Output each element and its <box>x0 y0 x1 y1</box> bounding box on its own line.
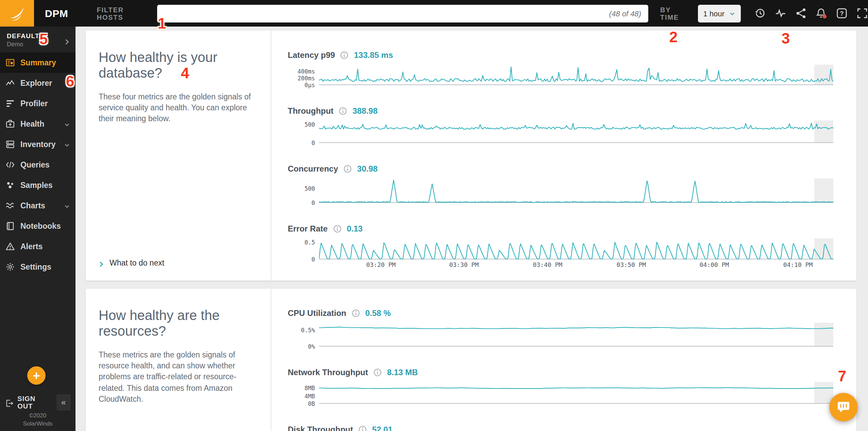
chart-plot-row: 0.50 <box>288 238 837 259</box>
card-heading: How healthy are the resources? <box>99 308 253 340</box>
chart-value[interactable]: 0.13 <box>347 224 363 234</box>
info-icon[interactable] <box>373 368 382 377</box>
alerts-icon <box>5 242 15 251</box>
sidebar-item-label: Inventory <box>20 140 56 148</box>
chart-plot[interactable] <box>319 65 833 85</box>
info-icon[interactable] <box>344 165 352 173</box>
chart-latency-p99: Latency p99133.85 ms400ms200ms0µs <box>288 50 837 85</box>
add-button[interactable]: + <box>27 366 46 385</box>
chart-value[interactable]: 0.58 % <box>365 308 391 318</box>
sidebar-item-label: Explorer <box>20 79 52 87</box>
solarwinds-logo-icon <box>7 4 27 23</box>
chart-title: Disk Throughput <box>288 425 353 431</box>
chart-value[interactable]: 52.01 <box>372 425 393 431</box>
chart-plot[interactable] <box>319 178 833 203</box>
chart-plot-row: 8MB4MB0B <box>288 382 837 404</box>
sign-out-label: SIGN OUT <box>17 395 52 410</box>
chevron-down-icon[interactable] <box>64 121 70 127</box>
chart-value[interactable]: 388.98 <box>353 106 378 116</box>
sidebar-item-queries[interactable]: Queries <box>0 155 76 175</box>
chart-title-row: Disk Throughput52.01 <box>288 424 837 431</box>
chart-plot-row: 5000 <box>288 121 837 143</box>
share-icon[interactable] <box>795 7 807 19</box>
chart-plot[interactable] <box>319 121 833 143</box>
chart-value[interactable]: 133.85 ms <box>354 50 393 60</box>
sidebar-item-label: Samples <box>20 181 53 189</box>
y-axis: 5000 <box>288 121 319 143</box>
info-icon[interactable] <box>339 107 347 115</box>
resource-health-card: How healthy are the resources? These met… <box>86 289 856 431</box>
chart-title-row: Throughput388.98 <box>288 106 837 116</box>
chevron-down-icon[interactable] <box>64 141 70 147</box>
y-axis-tick: 0µs <box>304 82 315 89</box>
sidebar-item-label: Alerts <box>20 242 43 251</box>
what-to-do-next-label: What to do next <box>110 259 164 267</box>
info-icon[interactable] <box>358 426 367 431</box>
copyright-year: ©2020 <box>0 412 76 420</box>
time-range-select[interactable]: 1 hour <box>698 4 741 22</box>
sign-out-button[interactable]: SIGN OUT « <box>0 394 76 411</box>
charts-icon <box>5 201 15 210</box>
time-range-value: 1 hour <box>703 9 724 17</box>
sidebar-item-health[interactable]: Health <box>0 114 76 134</box>
chat-icon <box>836 400 851 415</box>
chat-launcher-button[interactable] <box>829 393 858 421</box>
sign-out-icon <box>5 398 13 407</box>
chart-title: Latency p99 <box>288 50 335 60</box>
y-axis-tick: 0 <box>312 256 315 263</box>
filter-hosts-input[interactable] <box>157 4 648 22</box>
info-icon[interactable] <box>333 225 341 233</box>
x-axis-tick: 03:20 PM <box>366 261 396 268</box>
chart-plot[interactable] <box>319 238 833 259</box>
sidebar-item-summary[interactable]: Summary <box>0 52 76 73</box>
database-health-text-panel: How healthy is your database? These four… <box>86 31 271 281</box>
chart-title: Throughput <box>288 106 334 116</box>
sidebar-item-label: Queries <box>20 161 50 169</box>
sidebar: DEFAULT Demo SummaryExplorerProfilerHeal… <box>0 27 76 431</box>
sidebar-item-notebooks[interactable]: Notebooks <box>0 216 76 236</box>
events-icon[interactable] <box>775 7 786 19</box>
chart-title: Error Rate <box>288 224 328 234</box>
samples-icon <box>5 180 15 190</box>
sidebar-item-inventory[interactable]: Inventory <box>0 134 76 155</box>
chart-title: Network Throughput <box>288 368 368 377</box>
info-icon[interactable] <box>352 309 360 317</box>
chart-value[interactable]: 8.13 MB <box>387 368 418 377</box>
chevron-down-icon[interactable] <box>64 203 70 209</box>
solarwinds-logo[interactable] <box>0 0 34 27</box>
environment-sub: Demo <box>7 41 69 48</box>
chart-plot[interactable] <box>319 323 833 347</box>
y-axis: 5000 <box>288 178 319 203</box>
add-button-label: + <box>33 369 40 382</box>
info-icon[interactable] <box>340 51 349 59</box>
explorer-icon <box>5 78 15 88</box>
x-axis-tick: 03:40 PM <box>533 261 563 268</box>
chart-plot-row: 5000 <box>288 178 837 203</box>
what-to-do-next-link[interactable]: What to do next <box>99 238 253 267</box>
sidebar-item-charts[interactable]: Charts <box>0 195 76 216</box>
by-time-label: BY TIME <box>660 6 690 21</box>
card-heading: How healthy is your database? <box>99 50 253 82</box>
sidebar-item-explorer[interactable]: Explorer <box>0 73 76 93</box>
y-axis-tick: 4MB <box>304 393 315 399</box>
history-icon[interactable] <box>754 7 766 19</box>
sidebar-nav: SummaryExplorerProfilerHealthInventoryQu… <box>0 52 76 277</box>
chart-value[interactable]: 30.98 <box>357 164 378 174</box>
fullscreen-icon[interactable] <box>856 7 868 19</box>
sidebar-item-alerts[interactable]: Alerts <box>0 236 76 257</box>
health-icon <box>5 119 15 129</box>
notifications-icon[interactable] <box>816 7 827 19</box>
chart-plot-row: 400ms200ms0µs <box>288 65 837 85</box>
chart-plot[interactable] <box>319 382 833 404</box>
queries-icon <box>5 160 15 170</box>
sidebar-item-profiler[interactable]: Profiler <box>0 93 76 114</box>
sidebar-item-settings[interactable]: Settings <box>0 257 76 277</box>
environment-switcher[interactable]: DEFAULT Demo <box>0 27 76 52</box>
sidebar-item-label: Summary <box>20 59 56 67</box>
settings-icon <box>5 262 15 272</box>
help-icon[interactable]: ? <box>836 7 848 19</box>
sidebar-item-samples[interactable]: Samples <box>0 175 76 195</box>
collapse-sidebar-button[interactable]: « <box>56 394 71 411</box>
database-health-card: How healthy is your database? These four… <box>86 31 856 281</box>
chart-throughput: Throughput388.985000 <box>288 106 837 143</box>
